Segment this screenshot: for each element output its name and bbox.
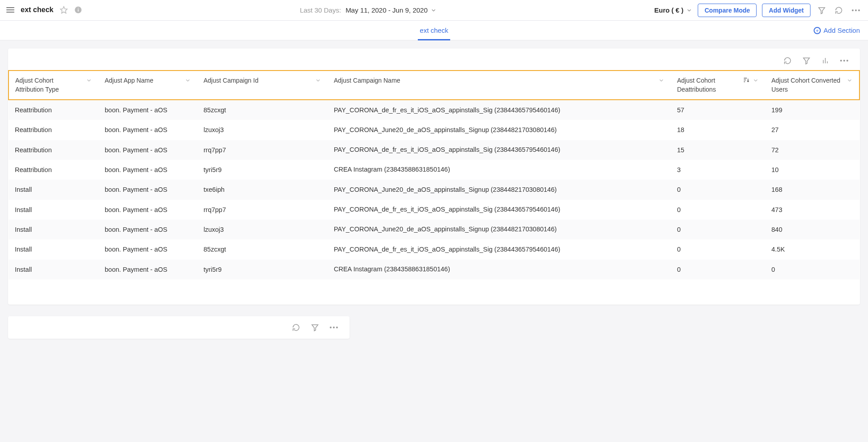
menu-icon[interactable] (6, 7, 14, 13)
refresh-icon[interactable] (290, 322, 302, 333)
table-cell: 85zcxgt (197, 239, 328, 259)
table-cell: 3 (671, 160, 765, 180)
svg-rect-3 (78, 8, 79, 9)
table-cell: boon. Payment - aOS (98, 200, 197, 220)
table-cell: Install (9, 180, 98, 199)
column-header[interactable]: Adjust App Name (98, 71, 197, 100)
table-row[interactable]: Installboon. Payment - aOS85zcxgtPAY_COR… (9, 239, 859, 259)
column-label: Adjust Campaign Id (204, 76, 261, 85)
table-cell: 168 (765, 180, 859, 199)
column-label: Adjust Cohort Converted Users (771, 76, 844, 94)
chevron-down-icon (753, 77, 759, 84)
table-row[interactable]: Reattributionboon. Payment - aOSrrq7pp7P… (9, 140, 859, 160)
info-icon[interactable] (74, 6, 82, 14)
add-section-button[interactable]: ＋ Add Section (814, 26, 860, 35)
svg-marker-4 (819, 8, 825, 14)
table-cell: 4.5K (765, 239, 859, 259)
table-cell: boon. Payment - aOS (98, 140, 197, 160)
table-cell: 72 (765, 140, 859, 160)
table-cell: PAY_CORONA_de_fr_es_it_iOS_aOS_appinstal… (328, 239, 671, 259)
table-row[interactable]: Reattributionboon. Payment - aOStyri5r9C… (9, 160, 859, 180)
table-cell: rrq7pp7 (197, 200, 328, 220)
bottom-panel (8, 316, 350, 339)
table-cell: rrq7pp7 (197, 140, 328, 160)
filter-icon[interactable] (801, 55, 812, 66)
svg-marker-0 (60, 7, 67, 13)
star-icon[interactable] (60, 6, 68, 14)
table-cell: 840 (765, 220, 859, 239)
table-cell: PAY_CORONA_de_fr_es_it_iOS_aOS_appinstal… (328, 140, 671, 160)
table-cell: Reattribution (9, 100, 98, 120)
table-row[interactable]: Installboon. Payment - aOStyri5r9CREA In… (9, 260, 859, 279)
table-cell: CREA Instagram (23843588631850146) (328, 160, 671, 180)
chevron-down-icon (658, 77, 664, 84)
table-cell: Reattribution (9, 120, 98, 140)
tab-ext-check[interactable]: ext check (418, 21, 450, 40)
table-cell: boon. Payment - aOS (98, 120, 197, 140)
chevron-down-icon (86, 77, 92, 84)
add-section-label: Add Section (824, 26, 860, 35)
table-cell: PAY_CORONA_June20_de_aOS_appinstalls_Sig… (328, 120, 671, 140)
table-cell: PAY_CORONA_de_fr_es_it_iOS_aOS_appinstal… (328, 100, 671, 120)
table-cell: 10 (765, 160, 859, 180)
compare-mode-button[interactable]: Compare Mode (698, 4, 757, 17)
chevron-down-icon (686, 7, 692, 13)
table-cell: txe6iph (197, 180, 328, 199)
svg-rect-2 (78, 9, 79, 12)
add-widget-button[interactable]: Add Widget (762, 4, 810, 17)
table-row[interactable]: Installboon. Payment - aOSlzuxoj3PAY_COR… (9, 220, 859, 239)
table-cell: 0 (765, 260, 859, 279)
table-cell: tyri5r9 (197, 160, 328, 180)
table-cell: 0 (671, 220, 765, 239)
table-cell: Install (9, 220, 98, 239)
table-row[interactable]: Reattributionboon. Payment - aOSlzuxoj3P… (9, 120, 859, 140)
refresh-icon[interactable] (833, 4, 845, 16)
table-cell: tyri5r9 (197, 260, 328, 279)
column-header[interactable]: Adjust Cohort Deattributions (671, 71, 765, 100)
svg-marker-12 (312, 325, 318, 331)
top-bar: ext check Last 30 Days: May 11, 2020 - J… (0, 0, 868, 21)
table-cell: 57 (671, 100, 765, 120)
table-cell: boon. Payment - aOS (98, 180, 197, 199)
column-header[interactable]: Adjust Campaign Name (328, 71, 671, 100)
more-icon[interactable] (838, 55, 850, 66)
table-row[interactable]: Installboon. Payment - aOStxe6iphPAY_COR… (9, 180, 859, 199)
table-cell: 0 (671, 260, 765, 279)
chevron-down-icon (185, 77, 191, 84)
table-cell: Install (9, 200, 98, 220)
table-cell: Install (9, 239, 98, 259)
currency-selector[interactable]: Euro ( € ) (654, 5, 692, 15)
table-cell: 0 (671, 180, 765, 199)
table-cell: boon. Payment - aOS (98, 260, 197, 279)
more-icon[interactable] (328, 322, 340, 333)
table-cell: boon. Payment - aOS (98, 220, 197, 239)
data-table: Adjust Cohort Attribution TypeAdjust App… (8, 70, 860, 279)
column-header[interactable]: Adjust Cohort Attribution Type (9, 71, 98, 100)
bar-chart-icon[interactable] (819, 55, 831, 66)
table-cell: 15 (671, 140, 765, 160)
chevron-down-icon (430, 7, 437, 13)
date-range-label: Last 30 Days: (300, 5, 341, 15)
column-header[interactable]: Adjust Campaign Id (197, 71, 328, 100)
date-range-picker[interactable]: Last 30 Days: May 11, 2020 - Jun 9, 2020 (82, 5, 654, 15)
table-cell: PAY_CORONA_de_fr_es_it_iOS_aOS_appinstal… (328, 200, 671, 220)
table-cell: 0 (671, 239, 765, 259)
table-row[interactable]: Installboon. Payment - aOSrrq7pp7PAY_COR… (9, 200, 859, 220)
more-icon[interactable] (850, 8, 862, 13)
refresh-icon[interactable] (782, 55, 793, 66)
chevron-down-icon (315, 77, 321, 84)
filter-icon[interactable] (309, 322, 321, 333)
column-label: Adjust App Name (105, 76, 156, 85)
column-label: Adjust Cohort Attribution Type (15, 76, 83, 94)
table-cell: lzuxoj3 (197, 120, 328, 140)
filter-icon[interactable] (816, 4, 828, 16)
chevron-down-icon (846, 77, 853, 84)
table-cell: 199 (765, 100, 859, 120)
table-cell: boon. Payment - aOS (98, 239, 197, 259)
plus-circle-icon: ＋ (814, 27, 821, 34)
table-cell: boon. Payment - aOS (98, 160, 197, 180)
table-cell: boon. Payment - aOS (98, 100, 197, 120)
table-cell: Reattribution (9, 160, 98, 180)
column-header[interactable]: Adjust Cohort Converted Users (765, 71, 859, 100)
table-row[interactable]: Reattributionboon. Payment - aOS85zcxgtP… (9, 100, 859, 120)
